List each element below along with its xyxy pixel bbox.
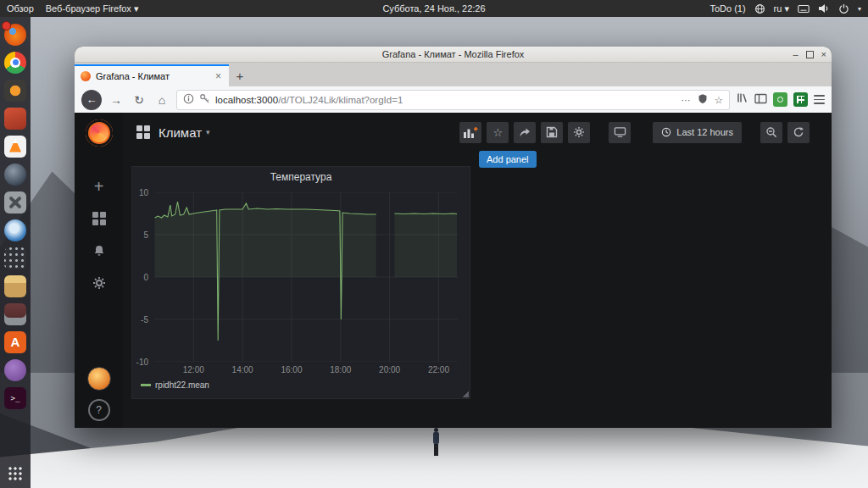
dock-terminal-icon[interactable]: >_ <box>4 387 26 409</box>
window-title: Grafana - Климат - Mozilla Firefox <box>75 49 832 59</box>
dock-chrome-icon[interactable] <box>4 52 26 74</box>
dock-app-grid-icon[interactable] <box>8 466 23 481</box>
dock-viber-icon[interactable] <box>4 359 26 381</box>
dashboard-header: Климат ▾ ☆ <box>123 113 832 152</box>
add-panel-button[interactable] <box>459 122 481 143</box>
help-icon[interactable]: ? <box>88 399 110 421</box>
save-dashboard-button[interactable] <box>541 122 563 143</box>
menu-hamburger-icon[interactable] <box>814 95 825 103</box>
grafana-favicon <box>81 71 91 81</box>
x-axis-label: 20:00 <box>379 365 400 374</box>
dock-printer-icon[interactable] <box>4 303 26 325</box>
x-axis-label: 14:00 <box>232 365 253 374</box>
person-figure <box>432 428 439 462</box>
chart-y-axis: 1050-5-10 <box>132 192 151 362</box>
tab-grafana[interactable]: Grafana - Климат × <box>75 64 229 86</box>
extension-icon-2[interactable] <box>793 92 808 107</box>
back-button[interactable]: ← <box>81 90 102 110</box>
grafana-sidebar: + ? <box>75 113 123 428</box>
tab-title: Grafana - Климат <box>96 71 209 81</box>
app-menu[interactable]: Веб-браузер Firefox ▾ <box>46 3 139 14</box>
sidebar-toggle-icon[interactable] <box>754 92 767 108</box>
panel-title[interactable]: Температура <box>132 167 470 187</box>
grafana-app: + ? Климат ▾ <box>75 113 832 428</box>
y-axis-label: -5 <box>141 315 148 324</box>
url-bar[interactable]: localhost:3000/d/TOLJ24Lik/klimat?orgId=… <box>176 90 730 110</box>
dashboard-title-caret-icon[interactable]: ▾ <box>206 128 210 136</box>
dock-package-icon[interactable] <box>4 108 26 130</box>
temperature-panel[interactable]: Температура 1050-5-10 12:0014:0016:0018:… <box>131 166 470 399</box>
legend-color-dash <box>141 384 151 386</box>
chart-x-axis: 12:0014:0016:0018:0020:0022:00 <box>154 365 458 377</box>
library-icon[interactable] <box>736 92 748 108</box>
alerting-bell-icon[interactable] <box>86 238 112 263</box>
dashboard-settings-button[interactable] <box>568 122 590 143</box>
dock-disks-icon[interactable] <box>4 219 26 241</box>
x-axis-label: 12:00 <box>183 365 204 374</box>
page-actions-icon[interactable]: ··· <box>681 95 691 105</box>
navigation-toolbar: ← → ↻ ⌂ localhost:3000/d/TOLJ24Lik/klima… <box>75 86 832 114</box>
dock-steam-icon[interactable] <box>4 164 26 186</box>
y-axis-label: 0 <box>143 273 148 282</box>
window-titlebar[interactable]: Grafana - Климат - Mozilla Firefox – × <box>75 47 832 63</box>
minimize-button[interactable]: – <box>793 49 798 59</box>
refresh-button[interactable] <box>787 122 810 143</box>
new-tab-button[interactable]: + <box>229 64 251 86</box>
y-axis-label: 10 <box>139 188 148 197</box>
volume-icon[interactable] <box>818 3 830 14</box>
tab-bar: Grafana - Климат × + <box>75 63 832 86</box>
dock-app-a-icon[interactable]: A <box>4 331 26 353</box>
todo-indicator[interactable]: ToDo (1) <box>709 3 745 14</box>
panel-legend[interactable]: rpidht22.mean <box>141 380 209 390</box>
y-axis-label: -10 <box>136 358 148 367</box>
add-panel-tooltip: Add panel <box>479 151 537 168</box>
dashboard-title[interactable]: Климат <box>159 125 202 140</box>
close-button[interactable]: × <box>821 49 826 59</box>
x-axis-label: 22:00 <box>428 365 449 374</box>
keyboard-icon[interactable] <box>798 4 810 14</box>
power-icon[interactable] <box>838 3 849 14</box>
configuration-gear-icon[interactable] <box>86 270 112 296</box>
dock-vlc-icon[interactable] <box>4 136 26 158</box>
network-icon[interactable] <box>754 3 765 14</box>
ubuntu-top-bar: Обзор Веб-браузер Firefox ▾ Суббота, 24 … <box>0 0 868 17</box>
grafana-logo-icon[interactable] <box>86 119 113 147</box>
permission-key-icon[interactable] <box>199 93 210 106</box>
panel-resize-handle[interactable] <box>462 391 469 397</box>
extension-icon-1[interactable] <box>773 92 787 107</box>
forward-button[interactable]: → <box>108 93 125 107</box>
share-dashboard-button[interactable] <box>514 122 536 143</box>
bookmark-star-icon[interactable]: ☆ <box>715 94 723 106</box>
temperature-chart-svg[interactable] <box>154 192 458 362</box>
dashboard-area: Температура 1050-5-10 12:0014:0016:0018:… <box>123 152 832 428</box>
dock-tools-icon[interactable] <box>4 191 26 214</box>
power-caret: ▾ <box>858 5 861 13</box>
y-axis-label: 5 <box>143 230 148 240</box>
dashboards-icon[interactable] <box>86 206 112 231</box>
maximize-button[interactable] <box>806 51 814 58</box>
grafana-main: Климат ▾ ☆ <box>123 113 832 428</box>
language-indicator[interactable]: ru ▾ <box>774 3 789 14</box>
x-axis-label: 16:00 <box>281 365 302 374</box>
zoom-out-button[interactable] <box>760 122 782 143</box>
clock[interactable]: Суббота, 24 Ноя., 22:26 <box>382 3 485 14</box>
pocket-shield-icon[interactable] <box>698 93 708 106</box>
time-range-button[interactable]: Last 12 hours <box>653 122 742 143</box>
home-button[interactable]: ⌂ <box>153 93 170 107</box>
dock-files-icon[interactable] <box>4 275 26 297</box>
reload-button[interactable]: ↻ <box>131 93 147 107</box>
url-path: /d/TOLJ24Lik/klimat?orgId=1 <box>278 95 403 105</box>
url-host: localhost:3000 <box>215 95 278 105</box>
dock-software-center-icon[interactable] <box>4 80 26 102</box>
user-avatar[interactable] <box>87 367 111 391</box>
notification-badge <box>2 21 11 30</box>
legend-series-label[interactable]: rpidht22.mean <box>155 380 209 390</box>
tv-mode-button[interactable] <box>609 122 631 143</box>
create-icon[interactable]: + <box>86 174 112 199</box>
dock-firefox-icon[interactable] <box>4 24 26 46</box>
activities-button[interactable]: Обзор <box>7 3 34 14</box>
star-dashboard-button[interactable]: ☆ <box>487 122 509 143</box>
tab-close-icon[interactable]: × <box>214 70 223 82</box>
dock-calculator-icon[interactable] <box>4 247 26 269</box>
site-info-icon[interactable] <box>183 93 194 106</box>
